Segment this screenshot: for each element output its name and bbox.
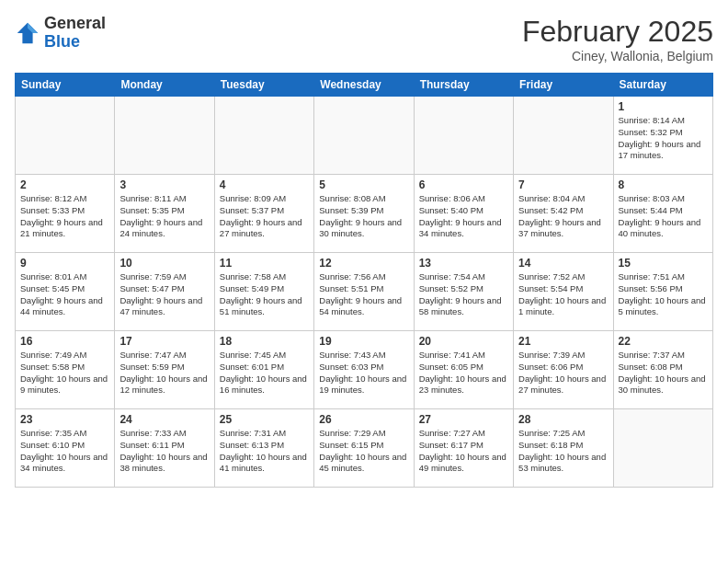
calendar-cell: 17Sunrise: 7:47 AM Sunset: 5:59 PM Dayli… bbox=[115, 331, 214, 409]
week-row-4: 16Sunrise: 7:49 AM Sunset: 5:58 PM Dayli… bbox=[16, 331, 713, 409]
day-number: 25 bbox=[220, 413, 309, 426]
calendar-cell: 22Sunrise: 7:37 AM Sunset: 6:08 PM Dayli… bbox=[613, 331, 712, 409]
day-info: Sunrise: 8:06 AM Sunset: 5:40 PM Dayligh… bbox=[419, 193, 508, 240]
weekday-header-monday: Monday bbox=[115, 74, 214, 97]
day-number: 2 bbox=[20, 178, 109, 191]
day-number: 24 bbox=[119, 413, 209, 426]
calendar-cell: 27Sunrise: 7:27 AM Sunset: 6:17 PM Dayli… bbox=[414, 409, 513, 488]
calendar-cell: 4Sunrise: 8:09 AM Sunset: 5:37 PM Daylig… bbox=[214, 175, 313, 253]
logo-general-text: General bbox=[44, 15, 106, 33]
day-number: 1 bbox=[619, 100, 708, 113]
calendar-cell: 20Sunrise: 7:41 AM Sunset: 6:05 PM Dayli… bbox=[414, 331, 513, 409]
day-info: Sunrise: 7:58 AM Sunset: 5:49 PM Dayligh… bbox=[220, 271, 309, 318]
day-number: 11 bbox=[220, 257, 309, 270]
day-info: Sunrise: 7:52 AM Sunset: 5:54 PM Dayligh… bbox=[518, 271, 608, 318]
day-number: 8 bbox=[619, 178, 708, 191]
day-number: 12 bbox=[319, 257, 408, 270]
calendar-cell: 24Sunrise: 7:33 AM Sunset: 6:11 PM Dayli… bbox=[115, 409, 214, 488]
day-info: Sunrise: 7:45 AM Sunset: 6:01 PM Dayligh… bbox=[220, 350, 309, 396]
day-info: Sunrise: 8:14 AM Sunset: 5:32 PM Dayligh… bbox=[619, 115, 708, 162]
calendar-cell: 12Sunrise: 7:56 AM Sunset: 5:51 PM Dayli… bbox=[314, 253, 414, 331]
calendar-cell bbox=[115, 97, 214, 175]
location-text: Ciney, Wallonia, Belgium bbox=[522, 49, 713, 63]
calendar-cell bbox=[214, 97, 313, 175]
day-info: Sunrise: 7:37 AM Sunset: 6:08 PM Dayligh… bbox=[619, 350, 708, 396]
calendar-cell: 9Sunrise: 8:01 AM Sunset: 5:45 PM Daylig… bbox=[16, 253, 115, 331]
day-info: Sunrise: 7:54 AM Sunset: 5:52 PM Dayligh… bbox=[419, 271, 508, 318]
day-info: Sunrise: 7:59 AM Sunset: 5:47 PM Dayligh… bbox=[119, 271, 209, 318]
day-info: Sunrise: 7:25 AM Sunset: 6:18 PM Dayligh… bbox=[518, 428, 608, 475]
day-number: 19 bbox=[319, 335, 408, 348]
page-header: General Blue February 2025 Ciney, Wallon… bbox=[15, 15, 713, 63]
day-number: 4 bbox=[220, 178, 309, 191]
day-number: 10 bbox=[119, 257, 209, 270]
weekday-header-saturday: Saturday bbox=[613, 74, 712, 97]
calendar-cell: 21Sunrise: 7:39 AM Sunset: 6:06 PM Dayli… bbox=[514, 331, 613, 409]
day-number: 15 bbox=[619, 257, 708, 270]
calendar-cell bbox=[613, 409, 712, 488]
logo-icon bbox=[15, 20, 40, 46]
day-info: Sunrise: 7:47 AM Sunset: 5:59 PM Dayligh… bbox=[119, 350, 209, 396]
day-info: Sunrise: 7:33 AM Sunset: 6:11 PM Dayligh… bbox=[119, 428, 209, 475]
day-info: Sunrise: 7:49 AM Sunset: 5:58 PM Dayligh… bbox=[20, 350, 109, 396]
day-number: 22 bbox=[619, 335, 708, 348]
calendar-cell bbox=[314, 97, 414, 175]
day-info: Sunrise: 8:08 AM Sunset: 5:39 PM Dayligh… bbox=[319, 193, 408, 240]
day-number: 14 bbox=[518, 257, 608, 270]
calendar-cell bbox=[514, 97, 613, 175]
calendar-cell: 11Sunrise: 7:58 AM Sunset: 5:49 PM Dayli… bbox=[214, 253, 313, 331]
day-number: 18 bbox=[220, 335, 309, 348]
week-row-5: 23Sunrise: 7:35 AM Sunset: 6:10 PM Dayli… bbox=[16, 409, 713, 488]
calendar-cell: 8Sunrise: 8:03 AM Sunset: 5:44 PM Daylig… bbox=[613, 175, 712, 253]
calendar-cell: 26Sunrise: 7:29 AM Sunset: 6:15 PM Dayli… bbox=[314, 409, 414, 488]
day-info: Sunrise: 7:51 AM Sunset: 5:56 PM Dayligh… bbox=[619, 271, 708, 318]
week-row-1: 1Sunrise: 8:14 AM Sunset: 5:32 PM Daylig… bbox=[16, 97, 713, 175]
day-number: 7 bbox=[518, 178, 608, 191]
day-info: Sunrise: 7:39 AM Sunset: 6:06 PM Dayligh… bbox=[518, 350, 608, 396]
calendar-cell: 7Sunrise: 8:04 AM Sunset: 5:42 PM Daylig… bbox=[514, 175, 613, 253]
day-info: Sunrise: 8:04 AM Sunset: 5:42 PM Dayligh… bbox=[518, 193, 608, 240]
weekday-header-sunday: Sunday bbox=[16, 74, 115, 97]
day-number: 3 bbox=[119, 178, 209, 191]
day-info: Sunrise: 7:27 AM Sunset: 6:17 PM Dayligh… bbox=[419, 428, 508, 475]
calendar-table: SundayMondayTuesdayWednesdayThursdayFrid… bbox=[15, 73, 713, 488]
calendar-cell: 6Sunrise: 8:06 AM Sunset: 5:40 PM Daylig… bbox=[414, 175, 513, 253]
day-info: Sunrise: 7:35 AM Sunset: 6:10 PM Dayligh… bbox=[20, 428, 109, 475]
day-info: Sunrise: 7:43 AM Sunset: 6:03 PM Dayligh… bbox=[319, 350, 408, 396]
calendar-cell: 13Sunrise: 7:54 AM Sunset: 5:52 PM Dayli… bbox=[414, 253, 513, 331]
day-info: Sunrise: 8:09 AM Sunset: 5:37 PM Dayligh… bbox=[220, 193, 309, 240]
weekday-header-thursday: Thursday bbox=[414, 74, 513, 97]
calendar-cell: 14Sunrise: 7:52 AM Sunset: 5:54 PM Dayli… bbox=[514, 253, 613, 331]
day-number: 23 bbox=[20, 413, 109, 426]
calendar-cell: 15Sunrise: 7:51 AM Sunset: 5:56 PM Dayli… bbox=[613, 253, 712, 331]
month-title: February 2025 bbox=[522, 15, 713, 49]
weekday-header-row: SundayMondayTuesdayWednesdayThursdayFrid… bbox=[16, 74, 713, 97]
day-info: Sunrise: 8:11 AM Sunset: 5:35 PM Dayligh… bbox=[119, 193, 209, 240]
calendar-cell: 28Sunrise: 7:25 AM Sunset: 6:18 PM Dayli… bbox=[514, 409, 613, 488]
day-number: 6 bbox=[419, 178, 508, 191]
logo: General Blue bbox=[15, 15, 106, 52]
day-number: 26 bbox=[319, 413, 408, 426]
day-number: 21 bbox=[518, 335, 608, 348]
day-number: 20 bbox=[419, 335, 508, 348]
day-number: 9 bbox=[20, 257, 109, 270]
day-number: 17 bbox=[119, 335, 209, 348]
week-row-2: 2Sunrise: 8:12 AM Sunset: 5:33 PM Daylig… bbox=[16, 175, 713, 253]
calendar-cell: 1Sunrise: 8:14 AM Sunset: 5:32 PM Daylig… bbox=[613, 97, 712, 175]
day-info: Sunrise: 8:01 AM Sunset: 5:45 PM Dayligh… bbox=[20, 271, 109, 318]
calendar-cell: 19Sunrise: 7:43 AM Sunset: 6:03 PM Dayli… bbox=[314, 331, 414, 409]
calendar-cell: 2Sunrise: 8:12 AM Sunset: 5:33 PM Daylig… bbox=[16, 175, 115, 253]
calendar-cell: 18Sunrise: 7:45 AM Sunset: 6:01 PM Dayli… bbox=[214, 331, 313, 409]
day-info: Sunrise: 7:41 AM Sunset: 6:05 PM Dayligh… bbox=[419, 350, 508, 396]
week-row-3: 9Sunrise: 8:01 AM Sunset: 5:45 PM Daylig… bbox=[16, 253, 713, 331]
title-block: February 2025 Ciney, Wallonia, Belgium bbox=[522, 15, 713, 63]
day-info: Sunrise: 8:03 AM Sunset: 5:44 PM Dayligh… bbox=[619, 193, 708, 240]
day-info: Sunrise: 8:12 AM Sunset: 5:33 PM Dayligh… bbox=[20, 193, 109, 240]
calendar-cell: 10Sunrise: 7:59 AM Sunset: 5:47 PM Dayli… bbox=[115, 253, 214, 331]
day-number: 27 bbox=[419, 413, 508, 426]
logo-text: General Blue bbox=[44, 15, 106, 52]
calendar-cell bbox=[16, 97, 115, 175]
weekday-header-tuesday: Tuesday bbox=[214, 74, 313, 97]
day-number: 5 bbox=[319, 178, 408, 191]
calendar-cell bbox=[414, 97, 513, 175]
